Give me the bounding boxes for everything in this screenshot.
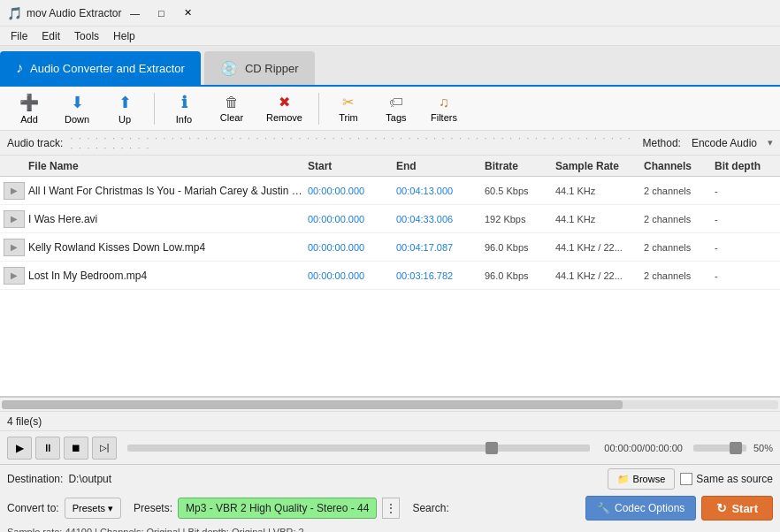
playback-bar: ▶ ⏸ ⏹ ▷| 00:00:00/00:00:00 50% xyxy=(0,430,780,464)
tab-converter-label: Audio Converter and Extractor xyxy=(30,62,185,75)
same-source-label: Same as source xyxy=(696,473,773,485)
menu-edit[interactable]: Edit xyxy=(34,28,67,44)
info-button[interactable]: ℹ Info xyxy=(162,89,206,128)
file-name: Lost In My Bedroom.mp4 xyxy=(28,270,308,282)
presets-btn-label: Presets xyxy=(73,503,105,513)
file-bitrate: 96.0 Kbps xyxy=(485,242,555,253)
clear-button[interactable]: 🗑 Clear xyxy=(210,91,254,126)
table-row[interactable]: ▶ All I Want For Christmas Is You - Mari… xyxy=(0,177,780,205)
start-button[interactable]: ↻ Start xyxy=(701,496,773,521)
titlebar: 🎵 mov Audio Extractor — □ ✕ xyxy=(0,0,780,27)
presets-button[interactable]: Presets ▾ xyxy=(65,498,121,519)
method-menu-icon[interactable]: ▾ xyxy=(768,137,773,148)
filters-icon: ♫ xyxy=(439,95,449,110)
presets-menu-button[interactable]: ⋮ xyxy=(382,498,400,519)
start-icon: ↻ xyxy=(716,501,727,515)
volume-bar[interactable] xyxy=(693,445,746,452)
cdripper-icon: 💿 xyxy=(220,60,238,77)
file-samplerate: 44.1 KHz xyxy=(555,214,644,224)
toolbar: ➕ Add ⬇ Down ⬆ Up ℹ Info 🗑 Clear ✖ Remov… xyxy=(0,87,780,131)
app-title: mov Audio Extractor xyxy=(27,7,121,19)
progress-thumb[interactable] xyxy=(486,442,498,454)
tab-converter[interactable]: ♪ Audio Converter and Extractor xyxy=(0,51,201,85)
table-row[interactable]: ▶ Lost In My Bedroom.mp4 00:00:00.000 00… xyxy=(0,262,780,290)
tags-button[interactable]: 🏷 Tags xyxy=(374,91,418,126)
toolbar-sep-1 xyxy=(154,93,155,125)
audiotrack-bar: Audio track: · · · · · · · · · · · · · ·… xyxy=(0,131,780,156)
menu-file[interactable]: File xyxy=(4,28,34,44)
file-name: I Was Here.avi xyxy=(28,213,308,225)
file-end: 00:04:33.006 xyxy=(396,214,485,224)
header-channels: Channels xyxy=(644,160,715,172)
maximize-button[interactable]: □ xyxy=(148,4,174,22)
file-end: 00:04:17.087 xyxy=(396,242,485,253)
tags-icon: 🏷 xyxy=(389,95,403,110)
filelist-header: File Name Start End Bitrate Sample Rate … xyxy=(0,156,780,177)
remove-button[interactable]: ✖ Remove xyxy=(257,90,311,126)
tags-label: Tags xyxy=(386,112,406,123)
filelist-area: File Name Start End Bitrate Sample Rate … xyxy=(0,156,780,397)
file-samplerate: 44.1 KHz xyxy=(555,186,644,196)
destination-label: Destination: xyxy=(7,473,63,485)
scroll-track[interactable] xyxy=(2,400,778,409)
header-bitdepth: Bit depth xyxy=(715,160,776,172)
playback-time: 00:00:00/00:00:00 xyxy=(604,443,683,453)
file-channels: 2 channels xyxy=(644,186,715,196)
close-button[interactable]: ✕ xyxy=(174,4,201,22)
file-end: 00:04:13.000 xyxy=(396,186,485,196)
menubar: File Edit Tools Help xyxy=(0,27,780,46)
up-label: Up xyxy=(119,114,131,125)
file-bitdepth: - xyxy=(715,242,776,253)
header-start: Start xyxy=(308,160,396,172)
header-samplerate: Sample Rate xyxy=(555,160,644,172)
scroll-thumb[interactable] xyxy=(2,400,623,409)
horizontal-scrollbar[interactable] xyxy=(0,397,780,411)
table-row[interactable]: ▶ I Was Here.avi 00:00:00.000 00:04:33.0… xyxy=(0,205,780,233)
trim-button[interactable]: ✂ Trim xyxy=(326,90,371,126)
remove-icon: ✖ xyxy=(279,94,290,110)
browse-button[interactable]: 📁 Browse xyxy=(608,468,676,490)
browse-label: Browse xyxy=(633,474,666,484)
tab-cdripper[interactable]: 💿 CD Ripper xyxy=(204,51,315,85)
table-row[interactable]: ▶ Kelly Rowland Kisses Down Low.mp4 00:0… xyxy=(0,233,780,262)
audiotrack-dots: · · · · · · · · · · · · · · · · · · · · … xyxy=(70,133,635,153)
down-button[interactable]: ⬇ Down xyxy=(55,89,99,128)
file-start: 00:00:00.000 xyxy=(308,242,396,253)
menu-help[interactable]: Help xyxy=(106,28,142,44)
codec-options-button[interactable]: 🔧 Codec Options xyxy=(585,496,696,521)
play-button[interactable]: ▶ xyxy=(7,437,32,460)
add-icon: ➕ xyxy=(19,93,39,112)
volume-thumb[interactable] xyxy=(730,442,742,454)
tabbar: ♪ Audio Converter and Extractor 💿 CD Rip… xyxy=(0,46,780,87)
filters-button[interactable]: ♫ Filters xyxy=(422,91,466,126)
app-icon: 🎵 xyxy=(7,6,22,20)
stop-button[interactable]: ⏹ xyxy=(64,437,88,460)
add-button[interactable]: ➕ Add xyxy=(7,89,51,128)
audiotrack-label: Audio track: xyxy=(7,137,63,149)
presets-value: Mp3 - VBR 2 High Quality - Stereo - 44 xyxy=(178,498,377,519)
destination-row: Destination: D:\output 📁 Browse Same as … xyxy=(0,465,780,493)
same-as-source[interactable]: Same as source xyxy=(680,473,773,485)
file-channels: 2 channels xyxy=(644,270,715,281)
converter-icon: ♪ xyxy=(16,60,23,76)
pause-button[interactable]: ⏸ xyxy=(35,437,60,460)
menu-tools[interactable]: Tools xyxy=(67,28,106,44)
filters-label: Filters xyxy=(431,112,457,123)
remove-label: Remove xyxy=(266,112,302,123)
same-source-checkbox[interactable] xyxy=(680,473,692,485)
search-label: Search: xyxy=(412,502,448,514)
file-name: Kelly Rowland Kisses Down Low.mp4 xyxy=(28,241,308,254)
step-button[interactable]: ▷| xyxy=(92,437,117,460)
add-label: Add xyxy=(20,114,38,125)
presets-label: Presets: xyxy=(134,502,172,514)
file-thumb: ▶ xyxy=(4,239,28,256)
progress-bar[interactable] xyxy=(127,445,590,452)
minimize-button[interactable]: — xyxy=(121,4,148,22)
file-thumb: ▶ xyxy=(4,182,28,200)
up-button[interactable]: ⬆ Up xyxy=(103,89,147,128)
down-icon: ⬇ xyxy=(71,93,84,112)
header-end: End xyxy=(396,160,485,172)
statusbar: 4 file(s) xyxy=(0,411,780,430)
file-bitdepth: - xyxy=(715,214,776,224)
file-name: All I Want For Christmas Is You - Mariah… xyxy=(28,185,308,197)
